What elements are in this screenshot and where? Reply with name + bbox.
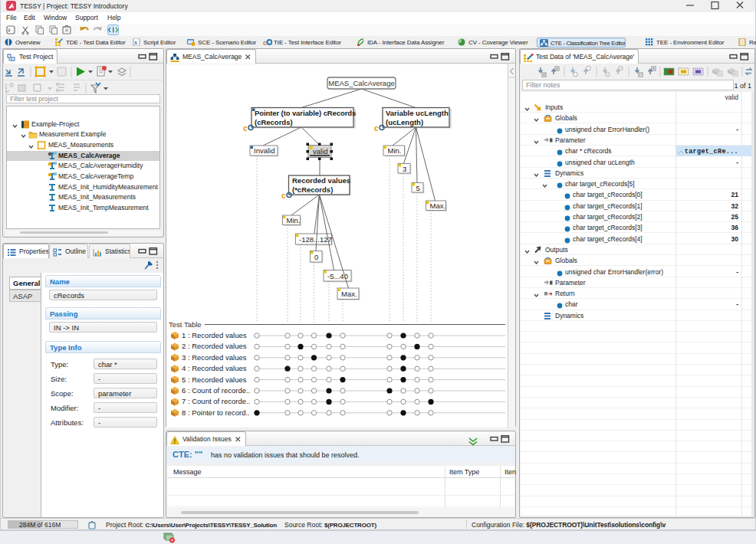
svg-text:Invalid: Invalid <box>254 146 274 155</box>
svg-text:Variable ucLength: Variable ucLength <box>386 109 449 117</box>
svg-text:3 : Recorded values: 3 : Recorded values <box>182 353 247 362</box>
svg-text:Recorded values: Recorded values <box>292 176 350 185</box>
svg-text:1 : Recorded values: 1 : Recorded values <box>182 331 247 339</box>
svg-text:s: s <box>134 40 137 45</box>
svg-text:c: c <box>281 192 286 200</box>
svg-text:8 : Pointer to record..: 8 : Pointer to record.. <box>182 408 250 417</box>
svg-text:(*cRecords): (*cRecords) <box>292 185 333 194</box>
svg-text:Max.: Max. <box>430 202 446 210</box>
svg-text:c: c <box>263 39 267 47</box>
svg-text:MEAS_CalcAverage: MEAS_CalcAverage <box>328 79 394 87</box>
svg-text:5 : Recorded values: 5 : Recorded values <box>182 375 247 384</box>
svg-text:7 : Count of recorde..: 7 : Count of recorde.. <box>182 397 250 405</box>
svg-text:(cRecords): (cRecords) <box>255 118 293 126</box>
svg-text:Max.: Max. <box>341 290 357 298</box>
svg-text:0: 0 <box>314 253 318 261</box>
svg-text:6 : Count of recorde..: 6 : Count of recorde.. <box>182 386 250 395</box>
svg-text:c: c <box>374 124 379 133</box>
svg-text:4 : Recorded values: 4 : Recorded values <box>182 364 247 372</box>
svg-text:(ucLength): (ucLength) <box>386 118 423 126</box>
svg-text:-128...127: -128...127 <box>299 235 332 244</box>
svg-text:Min.: Min. <box>287 216 301 224</box>
svg-text:Test Table: Test Table <box>169 320 202 329</box>
svg-text:3: 3 <box>403 165 406 173</box>
svg-text:Pointer (to variable) cRecords: Pointer (to variable) cRecords <box>255 109 356 117</box>
svg-text:valid: valid <box>313 147 328 156</box>
svg-text:2 : Recorded values: 2 : Recorded values <box>182 342 247 350</box>
svg-text:Min.: Min. <box>388 146 402 155</box>
svg-text:5: 5 <box>416 184 420 192</box>
svg-text:c: c <box>243 124 248 133</box>
